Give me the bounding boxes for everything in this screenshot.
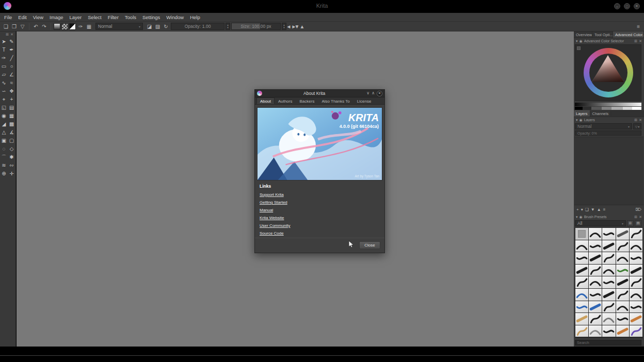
brush-preset[interactable] [630,240,642,252]
blending-mode-select[interactable]: Normal ▾ [95,23,143,30]
add-layer-button[interactable]: + [576,207,579,213]
tool-ellipse[interactable]: ○ [8,63,15,70]
brush-preset[interactable] [630,313,642,325]
minimize-button[interactable]: – [614,3,620,9]
tool-move[interactable]: + [8,96,15,103]
preserve-alpha-icon[interactable]: ▨ [154,23,162,30]
close-docker-icon[interactable]: ✕ [639,118,642,122]
tool-text[interactable]: T [1,46,8,53]
dialog-tab-about[interactable]: About [256,97,275,104]
tool-measure[interactable]: ∡ [8,129,15,136]
new-document-icon[interactable]: ❏ [2,23,10,30]
move-layer-down-button[interactable]: ▼ [591,207,595,213]
float-docker-icon[interactable]: ⊞ [634,118,637,122]
tool-line[interactable]: ╱ [8,55,15,61]
menu-window[interactable]: Window [163,13,187,22]
brush-preset[interactable] [575,301,588,313]
maximize-button[interactable]: □ [624,3,630,9]
brush-preset[interactable] [602,301,615,313]
docker-tab-tool-opti[interactable]: Tool Opti... [592,31,613,38]
brush-preset[interactable] [602,265,615,276]
eraser-mode-icon[interactable]: ◪ [146,23,153,30]
tool-freehand-brush[interactable]: ✑ [1,55,8,61]
tool-rectangle[interactable]: ▭ [1,63,8,70]
menu-view[interactable]: View [30,13,46,22]
brush-preset[interactable] [602,252,615,264]
opacity-spinner[interactable]: ▴ ▾ [226,23,230,30]
menu-edit[interactable]: Edit [15,13,29,22]
brush-preset[interactable] [616,240,629,252]
preset-search-input[interactable] [575,340,641,345]
tool-polygon[interactable]: ▱ [1,71,8,78]
tool-enclose-fill[interactable]: ▩ [8,121,15,127]
layers-list[interactable] [574,137,643,205]
shade-button[interactable]: ∨ [366,91,369,96]
link-user-community[interactable]: User Community [260,223,380,228]
close-docker-icon[interactable]: ✕ [639,39,642,43]
float-docker-icon[interactable]: ⊞ [634,215,637,219]
color-docker-header[interactable]: ▾ ◉ Advanced Color Selector ⊞ ✕ [574,38,644,44]
layer-blending-mode-select[interactable]: Normal ▾ [575,123,632,129]
brush-preset[interactable] [589,313,602,325]
tool-polygon-select[interactable]: ◇ [8,145,15,152]
tool-freehand-select[interactable]: ⌒ [1,154,8,160]
add-tag-button[interactable]: ⊞ [627,220,634,226]
menu-settings[interactable]: Settings [139,13,163,22]
tool-assistants[interactable]: △ [1,129,8,136]
undo-icon[interactable]: ↶ [32,23,40,30]
brush-preset[interactable] [589,252,602,264]
link-support-krita[interactable]: Support Krita [260,192,380,198]
chevron-down-icon[interactable]: ▾ [576,39,578,43]
layer-filter-button[interactable]: ▽ ▾ [633,123,641,129]
brush-preset[interactable] [630,289,642,301]
tab-layers[interactable]: Layers [574,110,590,117]
brush-preset[interactable] [616,265,629,276]
brush-preset[interactable] [630,301,642,313]
layer-properties-button[interactable]: ≡ [603,207,606,213]
tool-color-sampler[interactable]: ◉ [1,112,8,119]
tool-multibrush[interactable]: ❖ [8,88,15,94]
open-document-icon[interactable]: ❐ [10,23,18,30]
tool-fill[interactable]: ◢ [1,121,8,127]
tool-gradient[interactable]: ▤ [8,104,15,111]
advanced-color-selector[interactable] [575,44,641,101]
toolbar-overflow-icon[interactable]: ≡ [637,24,640,29]
dialog-tab-also-thanks-to[interactable]: Also Thanks To [318,97,353,104]
menu-filter[interactable]: Filter [105,13,122,22]
move-layer-up-button[interactable]: ▲ [597,207,601,213]
brush-preset[interactable] [589,276,602,288]
brush-preset[interactable] [589,240,602,252]
chevron-down-icon[interactable]: ▾ [576,215,578,219]
brush-preset[interactable] [575,289,588,301]
menu-help[interactable]: Help [187,13,203,22]
dialog-tab-backers[interactable]: Backers [296,97,318,104]
foreground-background-colors[interactable] [69,23,76,30]
brush-preset[interactable] [602,325,615,337]
preset-tag-filter-select[interactable]: All ▾ [575,220,626,226]
os-title-bar[interactable]: Krita –□✕ [0,0,644,13]
dialog-tab-authors[interactable]: Authors [275,97,296,104]
link-krita-website[interactable]: Krita Website [260,216,380,221]
display-mode-button[interactable]: ▤ [635,220,641,226]
link-source-code[interactable]: Source Code [260,231,380,236]
tool-reference-images[interactable]: ▣ [1,137,8,144]
brush-preset[interactable] [616,252,629,264]
brush-preset[interactable] [575,252,588,264]
brush-preset[interactable] [630,276,642,288]
link-getting-started[interactable]: Getting Started [260,200,380,205]
brush-preset[interactable] [602,276,615,288]
hsv-triangle[interactable] [575,45,641,101]
tool-ellipse-select[interactable]: ◌ [1,145,8,152]
close-docker-icon[interactable]: ✕ [639,215,642,219]
gradient-chooser[interactable] [54,23,60,30]
brush-preset[interactable] [616,289,629,301]
pattern-chooser[interactable] [61,23,68,30]
brush-preset[interactable] [575,265,588,276]
brush-preset[interactable] [602,228,615,240]
tool-dynamic-brush[interactable]: ∽ [1,88,8,94]
brush-preset[interactable] [616,301,629,313]
close-docker-icon[interactable]: ✕ [10,32,13,37]
mirror-vertical-icon[interactable]: ▼▲ [296,23,303,30]
brush-preset[interactable] [630,228,642,240]
layers-docker-header[interactable]: ▾ ◉ Layers ⊞ ✕ [574,117,644,123]
